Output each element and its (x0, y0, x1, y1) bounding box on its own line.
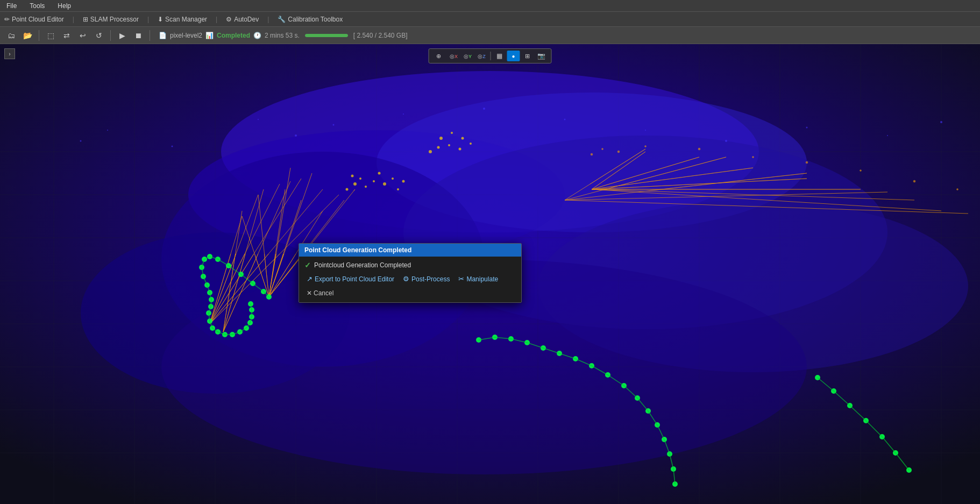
svg-point-132 (397, 188, 399, 190)
svg-point-149 (860, 170, 862, 172)
svg-point-147 (752, 157, 754, 158)
svg-point-134 (439, 137, 443, 140)
wrench-icon: 🔧 (278, 16, 286, 23)
svg-point-124 (359, 178, 361, 180)
svg-point-127 (346, 188, 349, 191)
svg-point-36 (483, 108, 485, 110)
svg-point-29 (80, 140, 82, 142)
viewport-toolbar: ⊕ ◎X ◎Y ◎Z ▦ ● ⊞ 📷 (429, 48, 552, 63)
svg-point-148 (806, 161, 808, 164)
svg-point-145 (645, 146, 647, 147)
pencil-icon: ✏ (4, 16, 10, 23)
menu-file[interactable]: File (4, 1, 19, 11)
map-icon: ⊞ (83, 16, 88, 23)
popup-actions: ↗ Export to Point Cloud Editor ⚙ Post-Pr… (304, 274, 516, 298)
select-button[interactable]: ⬚ (44, 29, 58, 42)
status-filename: pixel-level2 (170, 32, 202, 39)
viewport[interactable]: › ⊕ ◎X ◎Y ◎Z ▦ ● ⊞ 📷 (0, 44, 980, 504)
undo-button[interactable]: ↺ (92, 29, 106, 42)
svg-point-33 (295, 134, 297, 137)
vp-z-axis-btn[interactable]: ◎Z (475, 51, 488, 61)
export-icon: ↗ (307, 275, 313, 283)
app-calibration-toolbox[interactable]: 🔧 Calibration Toolbox (278, 16, 343, 23)
svg-point-42 (940, 121, 942, 123)
svg-point-34 (333, 124, 335, 126)
robot-icon: ⚙ (226, 16, 232, 23)
svg-point-141 (429, 150, 432, 153)
menu-help[interactable]: Help (55, 1, 73, 11)
app-autodev[interactable]: ⚙ AutoDev (226, 16, 259, 23)
app-slam-processor[interactable]: ⊞ SLAM Processor (83, 16, 139, 23)
svg-point-139 (448, 144, 450, 146)
file-icon-small: 📄 (159, 32, 167, 39)
transform-button[interactable]: ⇄ (60, 29, 74, 42)
svg-point-129 (383, 182, 386, 186)
vp-voxel-btn[interactable]: ⊞ (521, 51, 534, 61)
svg-point-38 (645, 130, 646, 131)
status-state: Completed (217, 32, 250, 39)
cancel-button[interactable]: ✕ Cancel (304, 288, 336, 298)
svg-point-136 (461, 137, 464, 140)
popup-dialog: Point Cloud Generation Completed ✓ Point… (299, 243, 522, 303)
svg-point-40 (806, 127, 808, 129)
cancel-icon: ✕ (307, 289, 312, 297)
status-area: 📄 pixel-level2 📊 Completed 🕐 2 mins 53 s… (159, 32, 407, 39)
vp-y-axis-btn[interactable]: ◎Y (461, 51, 474, 61)
open-button[interactable]: 📂 (20, 29, 34, 42)
vp-camera-btn[interactable]: 📷 (535, 51, 548, 61)
svg-point-144 (617, 151, 620, 153)
svg-point-126 (365, 186, 367, 188)
svg-point-39 (725, 140, 727, 142)
popup-status-text: Pointcloud Generation Completed (314, 261, 411, 269)
manipulate-button[interactable]: ✂ Manipulate (456, 274, 500, 284)
stop-button[interactable]: ⏹ (131, 29, 145, 42)
toolbar-separator-3 (150, 30, 150, 41)
new-button[interactable]: 🗂 (4, 29, 18, 42)
progress-bar-fill (305, 34, 348, 37)
svg-point-140 (437, 146, 440, 149)
popup-status-row: ✓ Pointcloud Generation Completed (304, 261, 516, 269)
export-to-point-cloud-editor-button[interactable]: ↗ Export to Point Cloud Editor (304, 274, 396, 284)
toolbar-separator-1 (39, 30, 39, 41)
popup-body: ✓ Pointcloud Generation Completed ↗ Expo… (299, 257, 521, 302)
svg-point-137 (470, 143, 472, 145)
sidebar-toggle-button[interactable]: › (4, 48, 15, 59)
svg-point-32 (258, 119, 259, 120)
clock-icon: 🕐 (253, 32, 261, 39)
svg-point-135 (451, 132, 453, 134)
manipulate-icon: ✂ (458, 275, 464, 283)
svg-point-125 (351, 175, 354, 178)
download-icon: ⬇ (158, 16, 163, 23)
svg-point-37 (564, 119, 566, 120)
play-button[interactable]: ▶ (115, 29, 129, 42)
vp-x-axis-btn[interactable]: ◎X (448, 51, 460, 61)
svg-point-131 (378, 172, 381, 175)
svg-point-151 (957, 189, 958, 190)
svg-point-41 (887, 135, 888, 136)
progress-icon: 📊 (205, 32, 214, 39)
app-scan-manager[interactable]: ⬇ Scan Manager (158, 16, 207, 23)
toolbar-separator-2 (110, 30, 111, 41)
popup-header: Point Cloud Generation Completed (299, 244, 521, 257)
vp-global-btn[interactable]: ⊕ (432, 51, 445, 61)
svg-point-143 (602, 148, 603, 150)
svg-point-31 (172, 146, 173, 147)
menu-tools[interactable]: Tools (27, 1, 47, 11)
app-point-cloud-editor[interactable]: ✏ Point Cloud Editor (4, 16, 64, 23)
menu-bar: File Tools Help (0, 0, 980, 12)
vp-points-btn[interactable]: ● (507, 51, 520, 61)
rotate-button[interactable]: ↩ (76, 29, 90, 42)
svg-point-133 (402, 180, 405, 183)
post-process-icon: ⚙ (403, 275, 409, 283)
status-time: 2 mins 53 s. (265, 32, 300, 39)
svg-point-128 (373, 180, 375, 182)
post-process-button[interactable]: ⚙ Post-Process (401, 274, 452, 284)
vp-grid-btn[interactable]: ▦ (493, 51, 506, 61)
status-memory: [ 2.540 / 2.540 GB] (353, 32, 408, 39)
svg-point-35 (403, 113, 404, 115)
svg-point-146 (698, 148, 700, 150)
svg-point-138 (459, 148, 461, 151)
app-bar: ✏ Point Cloud Editor | ⊞ SLAM Processor … (0, 12, 980, 27)
svg-point-142 (591, 153, 593, 155)
check-icon: ✓ (304, 261, 311, 269)
